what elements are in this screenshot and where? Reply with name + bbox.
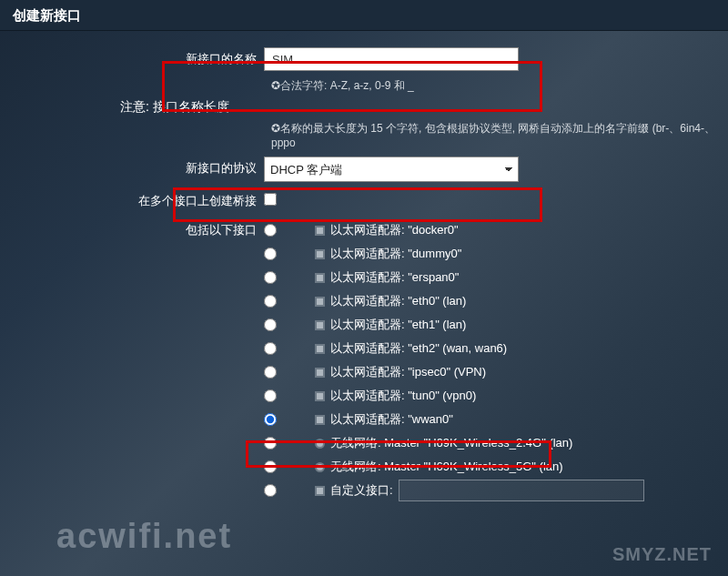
- bridge-label: 在多个接口上创建桥接: [0, 189, 264, 209]
- iface-radio[interactable]: [264, 389, 277, 402]
- iface-row: 无线网络: Master "H69K_Wireless_5G" (lan): [264, 455, 563, 479]
- iface-label-text: 以太网适配器: "ipsec0" (VPN): [330, 364, 486, 380]
- iface-row: 以太网适配器: "eth2" (wan, wan6): [264, 337, 507, 360]
- ethernet-icon: [315, 249, 325, 259]
- protocol-select[interactable]: DHCP 客户端: [264, 157, 519, 182]
- iface-label-text: 以太网适配器: "docker0": [330, 222, 459, 238]
- iface-row: 无线网络: Master "H69K_Wireless_2.4G" (lan): [264, 431, 572, 455]
- iface-row: 以太网适配器: "docker0": [264, 218, 459, 242]
- iface-radio[interactable]: [264, 342, 277, 355]
- bridge-checkbox[interactable]: [264, 193, 277, 206]
- iface-radio[interactable]: [264, 318, 277, 331]
- iface-row: 以太网适配器: "wwan0": [264, 408, 453, 431]
- custom-iface-input[interactable]: [399, 480, 644, 501]
- iface-radio[interactable]: [264, 271, 277, 284]
- iface-row: 以太网适配器: "ipsec0" (VPN): [264, 360, 486, 384]
- iface-label-text: 无线网络: Master "H69K_Wireless_5G" (lan): [330, 459, 563, 475]
- iface-radio[interactable]: [264, 248, 277, 260]
- iface-row: 以太网适配器: "eth0" (lan): [264, 289, 466, 313]
- iface-radio[interactable]: [264, 295, 277, 308]
- ethernet-icon: [315, 226, 325, 236]
- include-iface-label: 包括以下接口: [0, 218, 264, 238]
- iface-label-text: 无线网络: Master "H69K_Wireless_2.4G" (lan): [330, 435, 572, 451]
- iface-row-custom: 自定义接口:: [264, 479, 644, 502]
- wireless-icon: [315, 462, 325, 472]
- watermark-left: acwifi.net: [56, 517, 232, 556]
- ethernet-icon: [315, 297, 325, 307]
- name-length-notice: 注意: 接口名称长度: [120, 99, 728, 116]
- iface-radio[interactable]: [264, 437, 277, 450]
- ethernet-icon: [315, 368, 325, 378]
- iface-radio[interactable]: [264, 224, 277, 237]
- watermark-right: SMYZ.NET: [612, 544, 712, 565]
- iface-label-text: 以太网适配器: "tun0" (vpn0): [330, 388, 476, 404]
- ethernet-icon: [315, 344, 325, 354]
- iface-radio[interactable]: [264, 484, 277, 497]
- iface-radio[interactable]: [264, 413, 277, 426]
- iface-row: 以太网适配器: "eth1" (lan): [264, 313, 466, 337]
- iface-label-text: 以太网适配器: "eth2" (wan, wan6): [330, 340, 507, 357]
- name-maxlen-hint: ✪名称的最大长度为 15 个字符, 包含根据协议类型, 网桥自动添加上的名字前缀…: [271, 121, 728, 149]
- iface-label-text: 以太网适配器: "erspan0": [330, 269, 459, 286]
- iface-name-label: 新接口的名称: [0, 47, 264, 67]
- page-title: 创建新接口: [0, 0, 728, 31]
- iface-name-hint: ✪合法字符: A-Z, a-z, 0-9 和 _: [271, 78, 728, 94]
- iface-row: 以太网适配器: "dummy0": [264, 242, 461, 266]
- custom-iface-label: 自定义接口:: [330, 482, 393, 499]
- iface-label-text: 以太网适配器: "eth1" (lan): [330, 317, 466, 333]
- ethernet-icon: [315, 486, 325, 496]
- ethernet-icon: [315, 391, 325, 401]
- create-interface-form: 新接口的名称 ✪合法字符: A-Z, a-z, 0-9 和 _ 注意: 接口名称…: [0, 31, 728, 502]
- iface-label-text: 以太网适配器: "dummy0": [330, 246, 461, 262]
- iface-radio[interactable]: [264, 366, 277, 379]
- ethernet-icon: [315, 415, 325, 425]
- iface-radio[interactable]: [264, 460, 277, 473]
- iface-label-text: 以太网适配器: "eth0" (lan): [330, 293, 466, 309]
- iface-row: 以太网适配器: "erspan0": [264, 266, 459, 289]
- iface-row: 以太网适配器: "tun0" (vpn0): [264, 384, 476, 408]
- ethernet-icon: [315, 320, 325, 330]
- ethernet-icon: [315, 273, 325, 283]
- wireless-icon: [315, 439, 325, 449]
- iface-label-text: 以太网适配器: "wwan0": [330, 411, 453, 428]
- protocol-label: 新接口的协议: [0, 157, 264, 177]
- iface-name-input[interactable]: [264, 47, 519, 71]
